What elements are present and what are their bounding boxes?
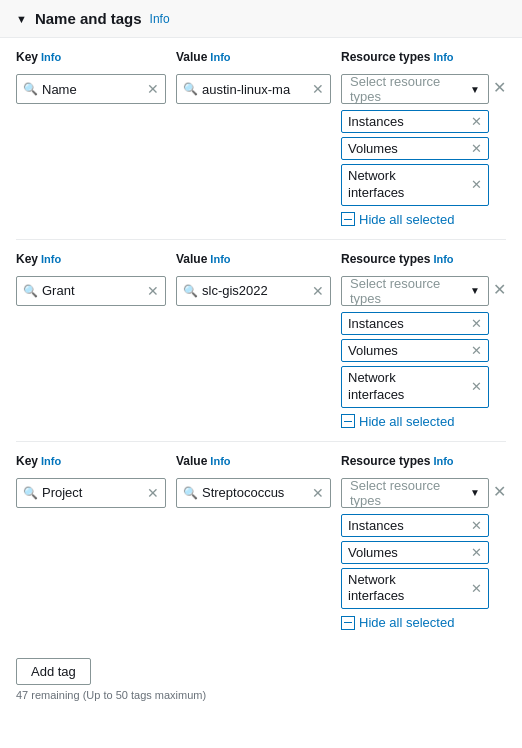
panel-info-link[interactable]: Info [150,12,170,26]
value-column-header: Value Info [176,252,331,270]
key-column-header: Key Info [16,454,166,472]
row-content: 🔍 ✕ 🔍 ✕ Select resource types ▼ [16,478,506,631]
chip-network-interfaces: Network interfaces ✕ [341,568,489,610]
chip-volumes: Volumes ✕ [341,137,489,160]
chip-remove-button[interactable]: ✕ [471,582,482,595]
value-column-header: Value Info [176,50,331,68]
value-column-header: Value Info [176,454,331,472]
hide-all-link[interactable]: Hide all selected [341,212,489,227]
resource-types-dropdown[interactable]: Select resource types ▼ [341,478,489,508]
value-field-wrapper: 🔍 ✕ [176,276,331,306]
key-column-header: Key Info [16,50,166,68]
tag-chips: Instances ✕ Volumes ✕ Network interfaces [341,110,489,206]
hide-all-link[interactable]: Hide all selected [341,414,489,429]
key-label: Key [16,454,38,468]
tag-chips: Instances ✕ Volumes ✕ Network interfaces [341,514,489,610]
key-input[interactable] [42,82,143,97]
tag-row: Key Info Value Info Resource types Info [16,50,506,240]
panel-header: ▼ Name and tags Info [0,0,522,38]
chip-remove-button[interactable]: ✕ [471,546,482,559]
resource-types-wrapper: Select resource types ▼ Instances ✕ Volu… [341,276,506,429]
chip-label: Instances [348,114,404,129]
resource-info-link[interactable]: Info [433,253,453,265]
value-clear-button[interactable]: ✕ [312,486,324,500]
resource-types-dropdown[interactable]: Select resource types ▼ [341,276,489,306]
value-info-link[interactable]: Info [210,51,230,63]
chip-label: Network interfaces [348,168,404,202]
resource-info-link[interactable]: Info [433,455,453,467]
delete-row-button[interactable]: ✕ [493,80,506,96]
chip-remove-button[interactable]: ✕ [471,344,482,357]
value-field-wrapper: 🔍 ✕ [176,478,331,508]
value-input[interactable] [202,82,308,97]
delete-row-button[interactable]: ✕ [493,282,506,298]
chip-volumes: Volumes ✕ [341,541,489,564]
resource-info-link[interactable]: Info [433,51,453,63]
value-info-link[interactable]: Info [210,253,230,265]
chip-volumes: Volumes ✕ [341,339,489,362]
resource-types-dropdown[interactable]: Select resource types ▼ [341,74,489,104]
key-clear-button[interactable]: ✕ [147,486,159,500]
hide-all-link[interactable]: Hide all selected [341,615,489,630]
collapse-icon[interactable]: ▼ [16,13,27,25]
tag-row: Key Info Value Info Resource types Info [16,252,506,442]
value-label: Value [176,50,207,64]
dropdown-arrow-icon: ▼ [470,285,480,296]
key-info-link[interactable]: Info [41,51,61,63]
chip-label: Volumes [348,545,398,560]
resource-types-wrapper: Select resource types ▼ Instances ✕ Volu… [341,478,506,631]
key-field-wrapper: 🔍 ✕ [16,276,166,306]
row-headers: Key Info Value Info Resource types Info [16,252,506,270]
add-tag-button[interactable]: Add tag [16,658,91,685]
resource-types-col: Select resource types ▼ Instances ✕ Volu… [341,74,489,227]
key-info-link[interactable]: Info [41,253,61,265]
value-input[interactable] [202,485,308,500]
chip-instances: Instances ✕ [341,514,489,537]
chip-network-interfaces: Network interfaces ✕ [341,164,489,206]
value-clear-button[interactable]: ✕ [312,82,324,96]
key-clear-button[interactable]: ✕ [147,82,159,96]
delete-row-button[interactable]: ✕ [493,484,506,500]
hide-icon [341,212,355,226]
chip-label: Network interfaces [348,572,404,606]
row-content: 🔍 ✕ 🔍 ✕ Select resource types ▼ [16,276,506,429]
resource-types-label: Resource types [341,50,430,64]
dropdown-placeholder: Select resource types [350,74,470,104]
chip-label: Network interfaces [348,370,404,404]
search-icon: 🔍 [183,82,198,96]
search-icon: 🔍 [183,284,198,298]
chip-remove-button[interactable]: ✕ [471,142,482,155]
chip-remove-button[interactable]: ✕ [471,115,482,128]
value-input-container: 🔍 ✕ [176,478,331,508]
key-clear-button[interactable]: ✕ [147,284,159,298]
remaining-text: 47 remaining (Up to 50 tags maximum) [0,689,522,713]
chip-label: Volumes [348,343,398,358]
panel-title: Name and tags [35,10,142,27]
chip-remove-button[interactable]: ✕ [471,519,482,532]
key-input[interactable] [42,283,143,298]
resource-column-header: Resource types Info [341,50,506,68]
key-info-link[interactable]: Info [41,455,61,467]
row-headers: Key Info Value Info Resource types Info [16,50,506,68]
key-field-wrapper: 🔍 ✕ [16,478,166,508]
resource-types-col: Select resource types ▼ Instances ✕ Volu… [341,478,489,631]
chip-remove-button[interactable]: ✕ [471,380,482,393]
key-label: Key [16,50,38,64]
key-input[interactable] [42,485,143,500]
value-clear-button[interactable]: ✕ [312,284,324,298]
resource-types-label: Resource types [341,454,430,468]
search-icon: 🔍 [23,82,38,96]
resource-types-col: Select resource types ▼ Instances ✕ Volu… [341,276,489,429]
key-label: Key [16,252,38,266]
resource-column-header: Resource types Info [341,252,506,270]
chip-remove-button[interactable]: ✕ [471,317,482,330]
chip-instances: Instances ✕ [341,110,489,133]
value-input-container: 🔍 ✕ [176,74,331,104]
key-field-wrapper: 🔍 ✕ [16,74,166,104]
chip-remove-button[interactable]: ✕ [471,178,482,191]
resource-types-wrapper: Select resource types ▼ Instances ✕ Volu… [341,74,506,227]
search-icon: 🔍 [23,284,38,298]
value-info-link[interactable]: Info [210,455,230,467]
dropdown-placeholder: Select resource types [350,478,470,508]
value-input[interactable] [202,283,308,298]
